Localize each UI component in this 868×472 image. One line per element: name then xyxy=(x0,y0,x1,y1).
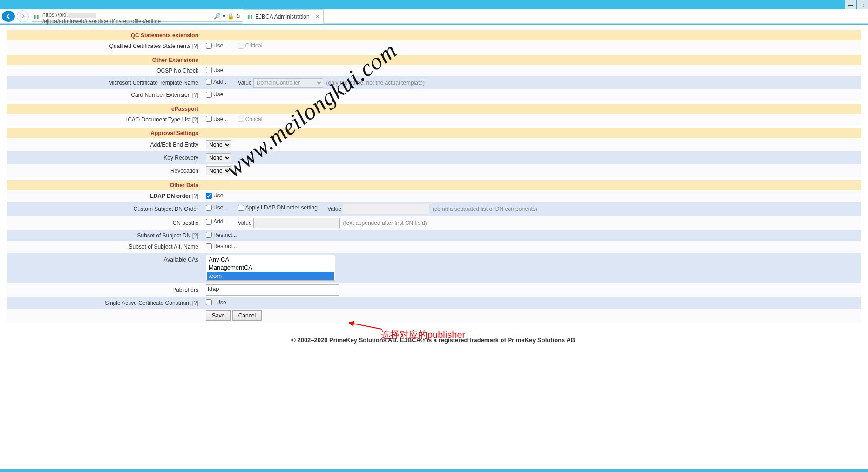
help-icon[interactable]: [?] xyxy=(192,116,198,123)
page-content: QC Statements extension Qualified Certif… xyxy=(7,27,861,344)
cnpost-add-checkbox[interactable]: Add... xyxy=(206,218,228,225)
subdn-restrict-checkbox[interactable]: Restrict... xyxy=(206,232,237,238)
keyrec-select[interactable]: None xyxy=(206,153,231,162)
label-cardnum: Card Number Extension xyxy=(131,92,190,98)
cnpost-value-input[interactable] xyxy=(253,218,340,228)
label-revoc: Revocation xyxy=(7,164,202,177)
csdo-value-input[interactable] xyxy=(343,204,429,214)
help-icon[interactable]: [?] xyxy=(192,300,198,306)
label-publishers: Publishers xyxy=(7,283,202,297)
available-cas-select[interactable]: Any CA ManagementCA .com xyxy=(206,255,335,281)
cardnum-use-checkbox[interactable]: Use xyxy=(206,91,223,98)
label-sacc: Single Active Certificate Constraint xyxy=(105,300,190,306)
section-qc: QC Statements extension xyxy=(7,30,202,40)
save-button[interactable]: Save xyxy=(206,310,231,321)
address-bar[interactable]: ▮▮ https://pki./ejbca/adminweb/ca/editce… xyxy=(32,11,243,22)
url-field[interactable]: https://pki./ejbca/adminweb/ca/editcerti… xyxy=(41,12,212,21)
mstpl-hint: (only the name, not the actual template) xyxy=(326,80,425,86)
arrow-right-icon xyxy=(20,14,25,19)
tab-title: EJBCA Administration xyxy=(255,13,310,20)
icao-critical-checkbox: Critical xyxy=(238,116,263,122)
csdo-use-checkbox[interactable]: Use... xyxy=(206,204,228,211)
arrow-left-icon xyxy=(5,13,12,20)
help-icon[interactable]: [?] xyxy=(192,92,198,98)
help-icon[interactable]: [?] xyxy=(192,43,198,49)
window-titlebar: — ◻ xyxy=(0,0,868,9)
section-epassport: ePassport xyxy=(7,104,202,114)
tab-favicon: ▮▮ xyxy=(247,14,253,19)
url-suffix: /ejbca/adminweb/ca/editcertificateprofil… xyxy=(42,18,161,25)
maximize-button[interactable]: ◻ xyxy=(856,0,868,9)
label-ldapdn: LDAP DN order xyxy=(150,193,190,199)
address-bar-icons: 🔎▾ 🔒 ↻ xyxy=(212,13,243,20)
cnpost-value-label: Value xyxy=(238,220,252,226)
qcs-use-checkbox[interactable]: Use... xyxy=(206,42,228,49)
label-qcs: Qualified Certificates Statements xyxy=(109,43,191,49)
page-footer: © 2002–2020 PrimeKey Solutions AB. EJBCA… xyxy=(7,337,861,344)
mstpl-value-select[interactable]: DomainController xyxy=(253,78,323,88)
dropdown-icon[interactable]: ▾ xyxy=(223,13,225,20)
mstpl-value-label: Value xyxy=(238,80,252,86)
sacc-use-checkbox[interactable]: Use xyxy=(206,299,226,306)
label-availcas: Available CAs xyxy=(7,253,202,283)
section-other-ext: Other Extensions xyxy=(7,55,202,65)
icao-use-checkbox[interactable]: Use... xyxy=(206,116,228,122)
label-addedit: Add/Edit End Entity xyxy=(7,138,202,151)
search-icon[interactable]: 🔎 xyxy=(214,13,221,20)
ldapdn-use-checkbox[interactable]: Use xyxy=(206,192,223,199)
help-icon[interactable]: [?] xyxy=(192,193,198,199)
label-csdo: Custom Subject DN Order xyxy=(7,202,202,216)
url-prefix: https://pki. xyxy=(42,12,68,18)
help-icon[interactable]: [?] xyxy=(192,232,198,239)
label-ocsp: OCSP No Check xyxy=(7,65,202,77)
site-favicon: ▮▮ xyxy=(32,14,41,19)
mstpl-add-checkbox[interactable]: Add... xyxy=(206,79,228,85)
forward-button[interactable] xyxy=(17,10,29,22)
browser-tab[interactable]: ▮▮ EJBCA Administration ✕ xyxy=(243,9,324,24)
label-mstpl: Microsoft Certificate Template Name xyxy=(7,76,202,89)
label-icao: ICAO Document Type List xyxy=(126,116,191,123)
csdo-hint: (comma separated list of DN components) xyxy=(433,206,537,212)
decorative-strip xyxy=(0,469,868,472)
section-approval: Approval Settings xyxy=(7,128,202,138)
publishers-select[interactable]: ldap xyxy=(206,284,339,296)
lock-icon: 🔒 xyxy=(227,13,234,20)
label-subdn: Subset of Subject DN xyxy=(137,232,191,239)
label-subalt: Subset of Subject Alt. Name xyxy=(7,241,202,253)
revoc-select[interactable]: None xyxy=(206,166,231,175)
ocsp-use-checkbox[interactable]: Use xyxy=(206,67,223,74)
label-keyrec: Key Recovery xyxy=(7,151,202,164)
subalt-restrict-checkbox[interactable]: Restrict... xyxy=(206,243,237,249)
section-other-data: Other Data xyxy=(7,180,202,190)
addedit-select[interactable]: None xyxy=(206,140,231,149)
label-cnpost: CN postfix xyxy=(7,216,202,230)
minimize-button[interactable]: — xyxy=(845,0,856,9)
refresh-icon[interactable]: ↻ xyxy=(236,13,241,20)
back-button[interactable] xyxy=(2,11,15,22)
close-icon[interactable]: ✕ xyxy=(315,13,319,20)
csdo-apply-checkbox[interactable]: Apply LDAP DN order setting xyxy=(238,204,318,211)
qcs-critical-checkbox: Critical xyxy=(238,42,263,49)
url-redacted xyxy=(68,13,96,18)
cancel-button[interactable]: Cancel xyxy=(232,310,262,321)
browser-navbar: ▮▮ https://pki./ejbca/adminweb/ca/editce… xyxy=(0,9,868,24)
config-table: QC Statements extension Qualified Certif… xyxy=(7,27,861,323)
cnpost-hint: (text appended after first CN field) xyxy=(343,220,427,226)
csdo-value-label: Value xyxy=(327,206,341,212)
